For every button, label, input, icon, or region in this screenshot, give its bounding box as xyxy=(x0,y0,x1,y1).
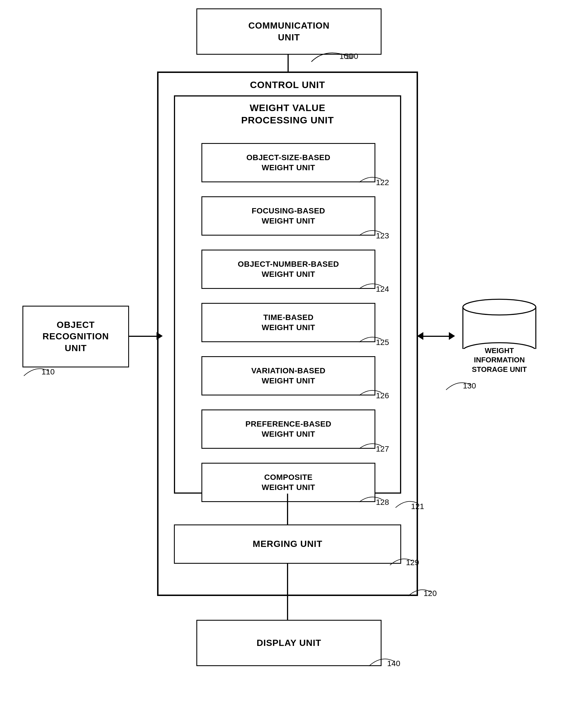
weight-storage-label: WEIGHTINFORMATIONSTORAGE UNIT xyxy=(472,346,527,374)
ref-128-line xyxy=(356,491,384,505)
ref-122-line xyxy=(356,171,384,185)
focusing-box: FOCUSING-BASEDWEIGHT UNIT xyxy=(202,196,375,236)
arrowhead-to-storage xyxy=(449,332,455,340)
arrow-comm-to-control xyxy=(287,55,289,73)
arrow-merge-to-display xyxy=(287,564,288,621)
display-unit-box: DISPLAY UNIT xyxy=(196,620,381,666)
focusing-label: FOCUSING-BASEDWEIGHT UNIT xyxy=(252,206,325,226)
ref-110-line xyxy=(21,360,52,379)
diagram: COMMUNICATIONUNIT 100 100 CONTROL UNIT W… xyxy=(0,0,588,702)
comm-unit-box: COMMUNICATIONUNIT xyxy=(196,8,381,55)
preference-box: PREFERENCE-BASEDWEIGHT UNIT xyxy=(202,410,375,449)
obj-number-label: OBJECT-NUMBER-BASEDWEIGHT UNIT xyxy=(238,259,339,279)
obj-size-box: OBJECT-SIZE-BASEDWEIGHT UNIT xyxy=(202,143,375,182)
ref-126-line xyxy=(356,384,384,398)
merging-unit-box: MERGING UNIT xyxy=(174,524,401,564)
weight-storage-container: WEIGHTINFORMATIONSTORAGE UNIT xyxy=(449,296,550,374)
composite-box: COMPOSITEWEIGHT UNIT xyxy=(202,463,375,502)
preference-label: PREFERENCE-BASEDWEIGHT UNIT xyxy=(245,419,332,440)
comm-unit-label: COMMUNICATIONUNIT xyxy=(248,20,330,43)
cylinder-svg xyxy=(460,296,539,349)
ref-123-line xyxy=(356,224,384,238)
control-unit-label: CONTROL UNIT xyxy=(250,79,325,91)
time-based-label: TIME-BASEDWEIGHT UNIT xyxy=(262,313,315,333)
arrowhead-objrecog-to-control xyxy=(156,332,163,340)
arrow-wvpu-to-merge xyxy=(287,494,288,526)
time-based-box: TIME-BASEDWEIGHT UNIT xyxy=(202,303,375,342)
arrow-objrecog-to-control xyxy=(129,336,158,337)
variation-box: VARIATION-BASEDWEIGHT UNIT xyxy=(202,356,375,395)
svg-point-4 xyxy=(463,299,536,315)
ref-100-text: 100 xyxy=(345,52,358,61)
ref-120-line xyxy=(405,582,434,599)
composite-label: COMPOSITEWEIGHT UNIT xyxy=(262,472,315,493)
obj-recog-label: OBJECTRECOGNITIONUNIT xyxy=(43,319,109,354)
ref-130-line xyxy=(443,374,474,393)
display-unit-label: DISPLAY UNIT xyxy=(257,637,322,649)
ref-121-line xyxy=(393,494,421,510)
ref-129-line xyxy=(387,551,415,568)
ref-124-line xyxy=(356,278,384,292)
arrowhead-from-storage xyxy=(417,332,423,340)
merging-unit-label: MERGING UNIT xyxy=(253,538,322,550)
wvpu-label: WEIGHT VALUEPROCESSING UNIT xyxy=(241,102,334,126)
variation-label: VARIATION-BASEDWEIGHT UNIT xyxy=(251,366,326,386)
ref-140-line xyxy=(366,651,397,670)
ref-125-line xyxy=(356,331,384,345)
obj-number-box: OBJECT-NUMBER-BASEDWEIGHT UNIT xyxy=(202,250,375,289)
obj-recog-box: OBJECTRECOGNITIONUNIT xyxy=(22,306,129,367)
ref-100-line xyxy=(309,42,351,65)
ref-127-line xyxy=(356,438,384,452)
obj-size-label: OBJECT-SIZE-BASEDWEIGHT UNIT xyxy=(246,152,330,173)
